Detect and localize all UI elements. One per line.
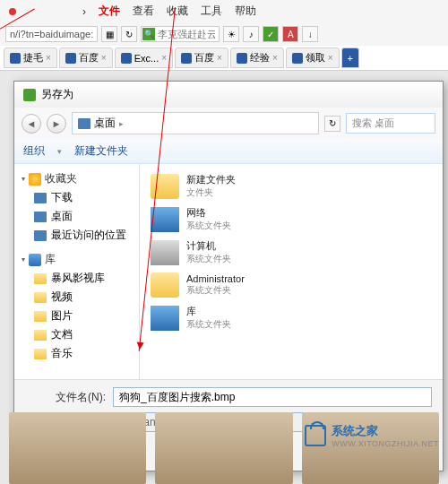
tab-label: Exc... <box>134 53 159 64</box>
sidebar-item-label: 音乐 <box>51 346 73 361</box>
new-folder-button[interactable]: 新建文件夹 <box>74 143 128 159</box>
sidebar-item-label: 暴风影视库 <box>51 271 105 286</box>
network-icon <box>151 207 179 232</box>
collapse-icon: ▾ <box>22 175 25 183</box>
watermark: 系统之家 WWW.XITONGZHIJIA.NET <box>305 423 439 448</box>
folder-icon <box>34 273 47 284</box>
organize-button[interactable]: 组织 <box>23 143 45 159</box>
desktop-icon <box>34 212 47 222</box>
file-type: 系统文件夹 <box>186 284 245 297</box>
folder-search[interactable]: 搜索 桌面 <box>346 113 435 134</box>
menu-bar: › 文件 查看 收藏 工具 帮助 <box>0 0 448 22</box>
sidebar-item-documents[interactable]: 文档 <box>18 325 135 344</box>
paw-icon <box>121 53 132 64</box>
paw-icon <box>10 53 21 64</box>
sidebar-head-label: 收藏夹 <box>45 171 77 186</box>
sidebar: ▾收藏夹 下载 桌面 最近访问的位置 ▾库 暴风影视库 视频 图片 文档 音乐 <box>14 164 140 379</box>
sidebar-item-label: 最近访问的位置 <box>51 228 126 243</box>
file-list: 新建文件夹文件夹 网络系统文件夹 计算机系统文件夹 Administrator系… <box>140 164 443 379</box>
desktop-icon <box>78 118 90 129</box>
file-type: 系统文件夹 <box>186 220 231 232</box>
breadcrumb[interactable]: 桌面 ▸ <box>72 112 319 134</box>
list-item[interactable]: Administrator系统文件夹 <box>145 269 437 301</box>
refresh-icon[interactable]: ↻ <box>121 26 137 42</box>
tab[interactable]: 百度× <box>59 48 113 68</box>
app-icon <box>23 89 36 101</box>
sidebar-item-pictures[interactable]: 图片 <box>18 307 135 325</box>
folder-icon <box>34 193 47 203</box>
thumbnail-image <box>9 412 146 484</box>
tab-label: 领取 <box>306 51 325 65</box>
menu-tools[interactable]: 工具 <box>201 4 222 19</box>
library-icon <box>151 306 179 331</box>
close-icon[interactable]: × <box>161 53 167 63</box>
qr-icon[interactable]: ▦ <box>101 26 117 42</box>
close-icon[interactable]: × <box>101 53 107 63</box>
sidebar-item-video[interactable]: 视频 <box>18 288 135 307</box>
search-input[interactable] <box>155 28 218 40</box>
toolbar-icon-1[interactable]: ☀ <box>223 26 239 42</box>
sidebar-item-label: 视频 <box>51 290 73 305</box>
file-type: 文件夹 <box>186 186 236 199</box>
sidebar-item-desktop[interactable]: 桌面 <box>18 207 135 226</box>
tab[interactable]: 领取× <box>286 48 340 68</box>
sidebar-item-label: 下载 <box>51 190 73 205</box>
house-icon <box>305 425 326 446</box>
close-icon[interactable]: × <box>46 53 51 63</box>
list-item[interactable]: 网络系统文件夹 <box>145 203 437 236</box>
close-icon[interactable]: × <box>217 53 222 63</box>
translate-icon[interactable]: A <box>282 26 298 42</box>
recent-icon <box>34 230 47 241</box>
filename-input[interactable] <box>113 387 432 407</box>
tab-label: 捷毛 <box>23 51 43 65</box>
menu-view[interactable]: 查看 <box>133 4 154 19</box>
record-dot-icon <box>9 8 16 15</box>
url-fragment[interactable]: n/i?tn=baiduimage: <box>5 26 98 42</box>
list-item[interactable]: 库系统文件夹 <box>145 301 437 334</box>
file-name: 计算机 <box>186 239 231 253</box>
forward-button[interactable]: ► <box>47 114 66 134</box>
tab-label: 经验 <box>250 51 270 65</box>
list-item[interactable]: 新建文件夹文件夹 <box>145 169 437 203</box>
close-icon[interactable]: × <box>272 53 278 63</box>
watermark-url: WWW.XITONGZHIJIA.NET <box>332 439 439 448</box>
dialog-titlebar: 另存为 <box>14 82 443 108</box>
sidebar-favorites-head[interactable]: ▾收藏夹 <box>18 169 135 188</box>
user-icon <box>151 272 179 298</box>
sidebar-item-label: 文档 <box>51 327 73 342</box>
star-icon <box>29 173 41 186</box>
file-name: 库 <box>186 305 231 318</box>
search-box[interactable]: 🔍 <box>141 26 220 42</box>
close-icon[interactable]: × <box>328 53 333 63</box>
collapse-icon: ▾ <box>22 255 25 264</box>
watermark-title: 系统之家 <box>332 423 439 439</box>
tab[interactable]: 百度× <box>175 48 228 68</box>
file-type: 系统文件夹 <box>186 318 231 331</box>
sidebar-item-downloads[interactable]: 下载 <box>18 188 135 207</box>
download-icon[interactable]: ↓ <box>302 26 318 42</box>
sidebar-item-stormvideo[interactable]: 暴风影视库 <box>18 269 135 288</box>
tab[interactable]: 经验× <box>230 48 284 68</box>
tab[interactable]: Exc...× <box>115 48 173 68</box>
chevron-right-icon: ▸ <box>119 119 124 128</box>
paw-icon <box>292 53 303 64</box>
file-name: 新建文件夹 <box>186 173 236 186</box>
sidebar-item-music[interactable]: 音乐 <box>18 344 135 363</box>
menu-help[interactable]: 帮助 <box>235 4 256 19</box>
tab[interactable]: 捷毛× <box>4 48 57 68</box>
menu-file[interactable]: 文件 <box>99 4 120 19</box>
folder-icon <box>34 292 47 303</box>
toolbar-icon-2[interactable]: ♪ <box>243 26 259 42</box>
new-tab-button[interactable]: + <box>341 48 359 68</box>
sidebar-item-recent[interactable]: 最近访问的位置 <box>18 226 135 245</box>
sidebar-libraries-head[interactable]: ▾库 <box>18 250 135 269</box>
refresh-path-button[interactable]: ↻ <box>324 116 340 132</box>
shield-icon[interactable]: ✓ <box>263 26 279 42</box>
library-icon <box>29 254 41 266</box>
back-button[interactable]: ◄ <box>22 114 41 134</box>
menu-favorites[interactable]: 收藏 <box>167 4 188 19</box>
paw-icon <box>181 53 192 64</box>
path-segment: 桌面 <box>94 116 116 131</box>
folder-icon <box>151 174 179 199</box>
list-item[interactable]: 计算机系统文件夹 <box>145 236 437 269</box>
